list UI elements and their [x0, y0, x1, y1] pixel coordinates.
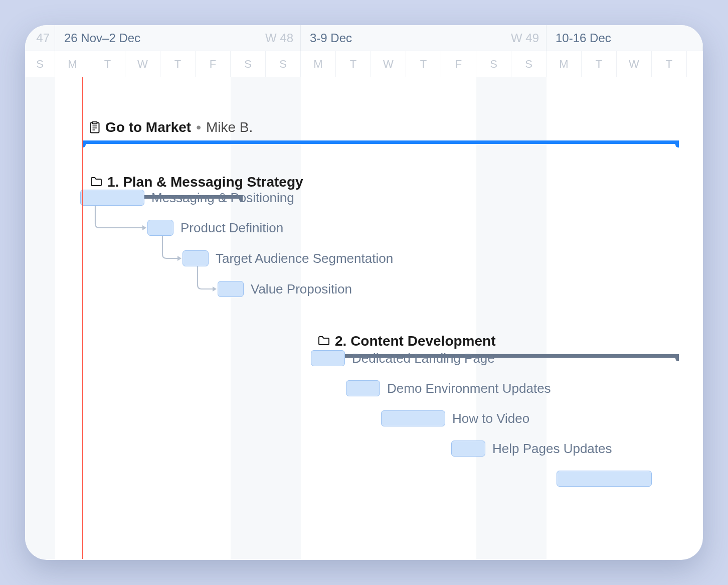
task-row[interactable]: How to Video: [381, 410, 529, 426]
weekend-column: [266, 77, 301, 559]
week-range-label: 10-16 Dec: [556, 31, 611, 45]
svg-rect-1: [93, 122, 97, 124]
task-label: Target Audience Segmentation: [216, 251, 393, 266]
day-header-cell: F: [441, 51, 476, 77]
gantt-content[interactable]: Go to Market • Mike B. 1. Plan & Messagi…: [25, 77, 703, 559]
day-header-cell: W: [125, 51, 160, 77]
task-label: Help Pages Updates: [492, 441, 612, 457]
task-row[interactable]: Messaging & Positioning: [80, 190, 294, 206]
day-header-cell: W: [617, 51, 652, 77]
day-header-cell: M: [301, 51, 336, 77]
task-label: Demo Environment Updates: [387, 381, 551, 396]
task-row[interactable]: Demo Environment Updates: [346, 380, 551, 396]
group-title: 1. Plan & Messaging Strategy: [107, 174, 303, 190]
week-header: 3-9 DecW 49: [301, 25, 547, 51]
week-number-label: 47: [36, 31, 50, 45]
day-header-cell: S: [25, 51, 55, 77]
week-header: 47: [25, 25, 55, 51]
task-row[interactable]: [557, 471, 652, 487]
day-header-cell: W: [371, 51, 406, 77]
project-header[interactable]: Go to Market • Mike B.: [25, 119, 703, 147]
day-header-cell: M: [547, 51, 582, 77]
group-title: 2. Content Development: [335, 333, 495, 349]
task-bar[interactable]: [346, 380, 380, 396]
day-header-cell: S: [511, 51, 547, 77]
task-row[interactable]: Product Definition: [147, 220, 283, 236]
day-header-cell: F: [196, 51, 231, 77]
day-header-cell: S: [476, 51, 511, 77]
week-range-label: 3-9 Dec: [310, 31, 352, 45]
project-title: Go to Market: [105, 119, 191, 135]
weekend-column: [476, 77, 511, 559]
week-number-label: W 48: [265, 31, 293, 45]
weekend-column: [231, 77, 266, 559]
day-header-cell: T: [160, 51, 196, 77]
day-header-cell: T: [406, 51, 441, 77]
task-row[interactable]: Target Audience Segmentation: [183, 250, 393, 266]
task-bar[interactable]: [80, 190, 144, 206]
clipboard-icon: [89, 121, 100, 134]
project-owner: Mike B.: [206, 119, 253, 135]
week-header: 26 Nov–2 DecW 48: [55, 25, 301, 51]
week-number-label: W 49: [511, 31, 539, 45]
task-bar[interactable]: [381, 410, 445, 426]
task-bar[interactable]: [451, 441, 485, 457]
task-label: Dedicated Landing Page: [352, 351, 495, 366]
task-bar[interactable]: [183, 250, 209, 266]
day-header-cell: S: [266, 51, 301, 77]
task-bar[interactable]: [557, 471, 652, 487]
folder-icon: [318, 336, 330, 347]
week-range-label: 26 Nov–2 Dec: [64, 31, 140, 45]
task-bar[interactable]: [218, 281, 244, 297]
task-label: Product Definition: [180, 220, 283, 236]
weekend-column: [511, 77, 547, 559]
task-bar[interactable]: [147, 220, 173, 236]
group-header[interactable]: 1. Plan & Messaging Strategy: [25, 174, 703, 190]
day-header-cell: T: [652, 51, 687, 77]
task-label: How to Video: [452, 411, 529, 426]
timeline-week-row: 4726 Nov–2 DecW 483-9 DecW 4910-16 Dec: [25, 25, 703, 51]
folder-icon: [90, 177, 102, 188]
day-header-cell: M: [55, 51, 90, 77]
weekend-column: [25, 77, 55, 559]
project-bracket[interactable]: [25, 140, 703, 147]
today-indicator: [82, 77, 83, 559]
task-row[interactable]: Help Pages Updates: [451, 441, 612, 457]
gantt-view: 4726 Nov–2 DecW 483-9 DecW 4910-16 Dec S…: [25, 25, 703, 560]
group-header[interactable]: 2. Content Development: [25, 333, 703, 349]
day-header-cell: T: [90, 51, 125, 77]
day-header-cell: T: [336, 51, 371, 77]
week-header: 10-16 Dec: [547, 25, 703, 51]
separator-dot: •: [196, 119, 201, 135]
task-row[interactable]: Dedicated Landing Page: [311, 350, 495, 366]
task-label: Messaging & Positioning: [151, 190, 294, 206]
task-bar[interactable]: [311, 350, 345, 366]
day-header-cell: S: [231, 51, 266, 77]
task-row[interactable]: Value Proposition: [218, 281, 352, 297]
day-header-cell: T: [582, 51, 617, 77]
timeline-day-row: SMTWTFSSMTWTFSSMTWT: [25, 51, 703, 77]
task-label: Value Proposition: [251, 281, 352, 297]
